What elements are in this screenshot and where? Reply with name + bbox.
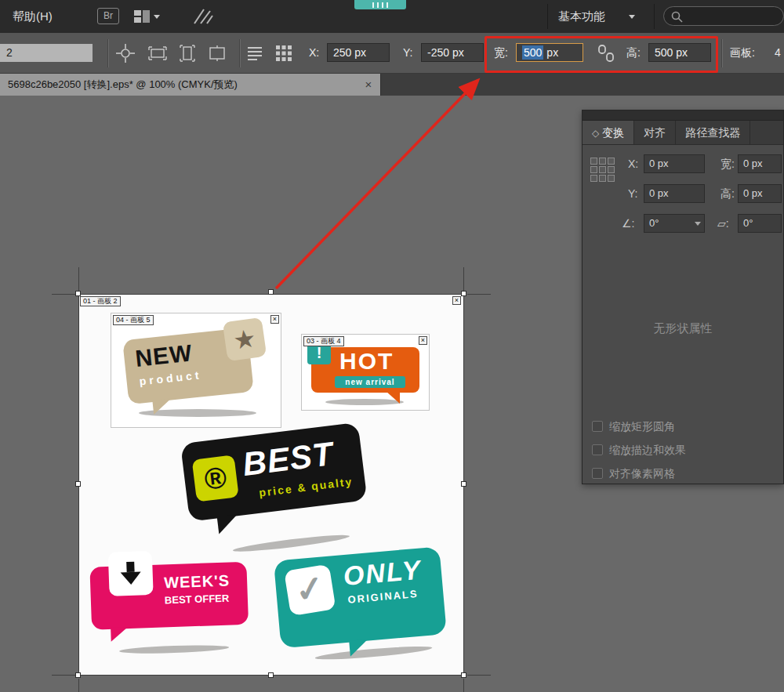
cropmark <box>463 267 464 291</box>
sub-image-hot-label: 03 - 画板 4 <box>303 336 344 346</box>
transform-panel: ◇变换 对齐 路径查找器 X: 0 px 宽: 0 px Y: 0 px 高: … <box>582 110 784 484</box>
workspace-caret-icon <box>629 15 635 19</box>
weeks-tag-subtitle: BEST OFFER <box>165 592 230 607</box>
no-shape-properties-text: 无形状属性 <box>583 321 783 336</box>
artboard-close-mark-icon: × <box>452 296 461 305</box>
layout-icon[interactable] <box>133 9 151 27</box>
checkbox-scale-corners[interactable] <box>592 421 603 432</box>
sub-image-new-close-icon: × <box>270 315 279 324</box>
rotate-icon: ∠: <box>622 217 634 230</box>
menu-bar: 帮助(H) Br 基本功能 <box>0 0 784 33</box>
tab-transform-label: 变换 <box>602 126 624 139</box>
tab-transform[interactable]: ◇变换 <box>583 121 634 144</box>
checkbox-scale-strokes-effects[interactable] <box>592 444 603 455</box>
weeks-tag-title: WEEK'S <box>164 572 230 592</box>
panel-rotate-value: 0° <box>649 217 659 229</box>
control-divider-1 <box>107 39 108 67</box>
sub-image-hot-close-icon: × <box>419 336 427 345</box>
panel-header-bar[interactable] <box>583 111 783 121</box>
hot-tag-tail <box>386 391 400 404</box>
artboard-preset-portrait-icon[interactable] <box>177 44 198 66</box>
cropmark <box>78 679 79 692</box>
tab-align[interactable]: 对齐 <box>634 121 676 144</box>
search-icon <box>670 10 684 24</box>
selection-handle-mid-right[interactable] <box>461 481 466 487</box>
tab-pathfinder-label: 路径查找器 <box>685 126 740 139</box>
panel-width-label: 宽: <box>720 158 735 172</box>
selection-handle-bottom-center[interactable] <box>268 672 274 678</box>
artboard-options-grid-icon[interactable] <box>274 44 293 66</box>
best-tag: ® BEST price & qualty <box>172 413 382 565</box>
control-divider-2 <box>239 39 240 67</box>
tab-pathfinder[interactable]: 路径查找器 <box>676 121 750 144</box>
down-arrow-icon <box>119 560 142 586</box>
checkbox-align-pixel-grid-label: 对齐像素网格 <box>609 467 675 481</box>
hot-tag-title: HOT <box>339 348 394 375</box>
cropmark <box>463 679 464 692</box>
brush-tool-icon[interactable] <box>191 6 215 30</box>
panel-y-field[interactable]: 0 px <box>644 184 705 203</box>
reference-point-selector[interactable] <box>590 158 615 182</box>
menu-help[interactable]: 帮助(H) <box>13 9 53 24</box>
weeks-tag-arrow-badge <box>108 551 154 596</box>
panel-rotate-field[interactable]: 0° <box>644 214 705 233</box>
new-tag-title: NEW <box>134 339 194 371</box>
panel-shear-field[interactable]: 0° <box>738 214 782 233</box>
cropmark <box>52 294 75 295</box>
x-field[interactable]: 250 px <box>327 43 390 62</box>
panel-x-label: X: <box>628 158 638 170</box>
weeks-tag: WEEK'S BEST OFFER <box>85 547 264 657</box>
search-input[interactable] <box>663 6 784 26</box>
hot-tag-subtitle: new arrival <box>335 376 405 388</box>
artboard-count-value: 4 <box>775 46 781 59</box>
new-tag-subtitle: product <box>139 368 202 387</box>
app-switcher-thumbnail <box>354 0 406 9</box>
checkbox-scale-strokes-effects-label: 缩放描边和效果 <box>609 444 686 458</box>
new-tag-tail <box>152 399 172 415</box>
checkbox-align-pixel-grid[interactable] <box>592 468 603 479</box>
y-label: Y: <box>403 46 412 59</box>
panel-width-field[interactable]: 0 px <box>738 154 782 173</box>
rotate-dropdown-caret-icon[interactable] <box>695 222 701 226</box>
selection-handle-top-left[interactable] <box>75 291 81 296</box>
tab-align-label: 对齐 <box>644 126 666 139</box>
control-divider-3 <box>721 39 722 67</box>
document-tab-close-icon[interactable]: × <box>361 74 376 96</box>
only-tag: ✓ ONLY ORIGINALS <box>267 536 460 669</box>
x-label: X: <box>309 46 319 59</box>
panel-height-field[interactable]: 0 px <box>738 184 782 203</box>
workspace-switcher[interactable]: 基本功能 <box>558 9 605 24</box>
artboard-name-label: 01 - 画板 2 <box>80 296 121 306</box>
best-tag-tail <box>217 514 239 534</box>
selection-handle-top-right[interactable] <box>461 291 466 296</box>
selection-handle-mid-left[interactable] <box>75 481 81 487</box>
weeks-tag-tail <box>111 627 129 642</box>
selection-handle-top-center[interactable] <box>268 289 274 295</box>
artboard-preset-landscape-icon[interactable] <box>147 44 168 66</box>
artboard-count-label: 画板: <box>730 46 755 60</box>
artboard-move-icon[interactable] <box>114 42 136 67</box>
document-tab-bar: 5698c26be2050 [转换].eps* @ 100% (CMYK/预览)… <box>0 74 784 96</box>
cropmark <box>467 294 491 295</box>
only-tag-tail <box>349 639 369 657</box>
panel-x-field[interactable]: 0 px <box>644 154 705 173</box>
control-left-field[interactable]: 2 <box>0 44 93 62</box>
panel-y-label: Y: <box>628 187 637 200</box>
bridge-button[interactable]: Br <box>97 8 119 24</box>
sub-image-hot: 03 - 画板 4 × ! HOT new arrival <box>301 334 430 411</box>
panel-tab-row: ◇变换 对齐 路径查找器 <box>583 121 783 145</box>
document-tab[interactable]: 5698c26be2050 [转换].eps* @ 100% (CMYK/预览)… <box>0 74 381 96</box>
best-tag-registered-badge: ® <box>192 455 239 502</box>
artboard-preset-custom-icon[interactable] <box>207 44 227 66</box>
selection-handle-bottom-right[interactable] <box>461 672 466 678</box>
list-options-icon[interactable] <box>246 45 263 65</box>
menubar-divider <box>547 4 548 29</box>
new-tag-star-icon: ★ <box>223 317 267 361</box>
layout-caret-icon <box>154 15 160 19</box>
illustrator-window: 帮助(H) Br 基本功能 <box>0 0 784 692</box>
menubar-divider-2 <box>654 4 655 29</box>
selection-handle-bottom-left[interactable] <box>75 672 81 678</box>
y-field[interactable]: -250 px <box>421 43 484 62</box>
cropmark <box>52 675 75 676</box>
document-tab-title: 5698c26be2050 [转换].eps* @ 100% (CMYK/预览) <box>8 78 238 90</box>
